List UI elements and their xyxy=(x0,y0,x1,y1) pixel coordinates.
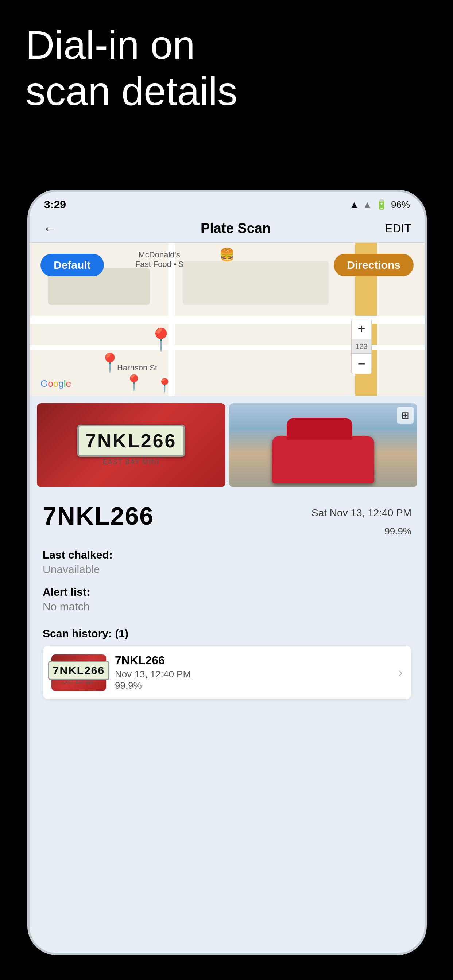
mcdonalds-icon: 🍔 xyxy=(219,247,234,262)
google-g: G xyxy=(40,378,48,389)
last-chalked-label: Last chalked: xyxy=(43,549,412,561)
nav-title: Plate Scan xyxy=(65,221,407,236)
map-location-pin-red: 📍 xyxy=(147,327,175,353)
scan-date: Sat Nov 13, 12:40 PM xyxy=(311,505,412,520)
history-info: 7NKL266 Nov 13, 12:40 PM 99.9% xyxy=(115,654,389,691)
wifi-icon: ▲ xyxy=(349,199,359,210)
zoom-in-button[interactable]: + xyxy=(351,319,372,339)
expand-icon[interactable]: ⊞ xyxy=(397,407,414,424)
photo-strip: 7NKL266 EAST BAY MINI ⊞ xyxy=(30,396,424,491)
info-header-row: 7NKL266 Sat Nov 13, 12:40 PM 99.9% xyxy=(43,502,412,538)
map-location-pin-gray: 📍 xyxy=(99,352,121,373)
car-roof xyxy=(287,418,353,440)
alert-list-row: Alert list: No match xyxy=(43,586,412,613)
phone-frame: 3:29 ▲ ▲ 🔋 96% ← Plate Scan EDIT McDonal… xyxy=(27,189,427,955)
history-date: Nov 13, 12:40 PM xyxy=(115,669,389,680)
default-button[interactable]: Default xyxy=(40,254,104,276)
last-chalked-value: Unavailable xyxy=(43,563,412,576)
mcdonalds-label: McDonald's Fast Food • $ xyxy=(135,250,183,269)
history-thumb: 7NKL266 EAST BAY MINI xyxy=(51,654,106,691)
history-plate-number: 7NKL266 xyxy=(115,654,389,667)
map-location-pin-gray2: 📍 xyxy=(156,378,173,393)
nav-bar: ← Plate Scan EDIT xyxy=(30,215,424,243)
scan-history-title: Scan history: (1) xyxy=(43,627,412,640)
google-o2: o xyxy=(53,378,58,389)
zoom-controls: + 123 − xyxy=(351,319,372,374)
map-block-2 xyxy=(183,261,329,305)
street-label: Harrison St xyxy=(117,363,157,372)
google-g2: g xyxy=(58,378,64,389)
last-chalked-row: Last chalked: Unavailable xyxy=(43,549,412,576)
edit-button[interactable]: EDIT xyxy=(385,222,412,235)
battery-icon: 🔋 xyxy=(376,199,388,210)
map-current-location-icon[interactable]: 📍 xyxy=(124,374,144,391)
google-e: e xyxy=(65,378,71,389)
alert-list-label: Alert list: xyxy=(43,586,412,598)
history-plate-text: 7NKL266 xyxy=(48,661,109,680)
mcdonalds-sub: Fast Food • $ xyxy=(135,259,183,269)
history-card[interactable]: 7NKL266 EAST BAY MINI 7NKL266 Nov 13, 12… xyxy=(43,646,412,699)
car-photo-thumb[interactable]: ⊞ xyxy=(229,403,418,487)
status-bar: 3:29 ▲ ▲ 🔋 96% xyxy=(30,192,424,215)
scan-accuracy: 99.9% xyxy=(311,524,412,538)
hero-title: Dial-in on scan details xyxy=(26,22,281,114)
plate-number: 7NKL266 xyxy=(43,502,154,530)
status-icons: ▲ ▲ 🔋 96% xyxy=(349,199,410,210)
google-o1: o xyxy=(48,378,53,389)
history-accuracy: 99.9% xyxy=(115,680,389,691)
mcdonalds-name: McDonald's xyxy=(135,250,183,259)
google-logo: Google xyxy=(40,378,71,390)
plate-photo-thumb[interactable]: 7NKL266 EAST BAY MINI xyxy=(37,403,225,487)
plate-photo-sub: EAST BAY MINI xyxy=(77,458,185,466)
directions-button[interactable]: Directions xyxy=(334,254,414,276)
history-plate-sub: EAST BAY MINI xyxy=(48,680,109,684)
status-time: 3:29 xyxy=(44,198,66,211)
zoom-out-button[interactable]: − xyxy=(351,354,372,374)
signal-icon: ▲ xyxy=(362,199,372,210)
history-section: Scan history: (1) 7NKL266 EAST BAY MINI … xyxy=(30,620,424,703)
zoom-level-label: 123 xyxy=(351,339,372,354)
info-section: 7NKL266 Sat Nov 13, 12:40 PM 99.9% Last … xyxy=(30,491,424,620)
plate-photo-text: 7NKL266 xyxy=(77,425,185,457)
car-silhouette xyxy=(272,436,374,484)
battery-level: 96% xyxy=(391,199,410,210)
map-container[interactable]: McDonald's Fast Food • $ 🍔 Harrison St 📍… xyxy=(30,243,424,396)
back-button[interactable]: ← xyxy=(43,220,57,237)
history-chevron-icon: › xyxy=(398,665,403,680)
alert-list-value: No match xyxy=(43,600,412,613)
